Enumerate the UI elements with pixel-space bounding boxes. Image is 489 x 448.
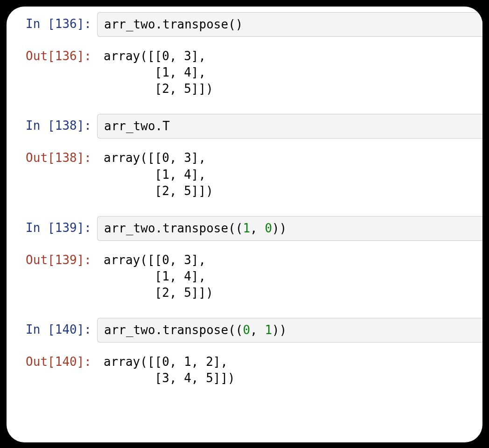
prompt-in-139: In [139]: xyxy=(7,216,97,236)
cell-in-140: In [140]: arr_two.transpose((0, 1)) xyxy=(7,314,482,346)
code-tokens-138: arr_two.T xyxy=(104,119,170,133)
prompt-out-139: Out[139]: xyxy=(7,248,97,268)
prompt-in-136: In [136]: xyxy=(7,12,97,32)
code-input-136[interactable]: arr_two.transpose() xyxy=(97,12,482,37)
code-input-138[interactable]: arr_two.T xyxy=(97,114,482,139)
code-tokens-140: arr_two.transpose((0, 1)) xyxy=(104,323,286,337)
prompt-in-138: In [138]: xyxy=(7,114,97,134)
output-139: array([[0, 3], [1, 4], [2, 5]]) xyxy=(97,248,482,305)
cell-out-136: Out[136]: array([[0, 3], [1, 4], [2, 5]]… xyxy=(7,41,482,105)
code-tokens-139: arr_two.transpose((1, 0)) xyxy=(104,221,286,235)
cell-out-138: Out[138]: array([[0, 3], [1, 4], [2, 5]]… xyxy=(7,142,482,206)
cell-in-136: In [136]: arr_two.transpose() xyxy=(7,8,482,41)
output-140: array([[0, 1, 2], [3, 4, 5]]) xyxy=(97,350,482,390)
code-tokens-136: arr_two.transpose() xyxy=(104,17,243,31)
output-136: array([[0, 3], [1, 4], [2, 5]]) xyxy=(97,44,482,101)
code-input-139[interactable]: arr_two.transpose((1, 0)) xyxy=(97,216,482,241)
cell-out-140: Out[140]: array([[0, 1, 2], [3, 4, 5]]) xyxy=(7,346,482,394)
cell-in-138: In [138]: arr_two.T xyxy=(7,110,482,142)
cell-out-139: Out[139]: array([[0, 3], [1, 4], [2, 5]]… xyxy=(7,245,482,308)
notebook-panel: In [136]: arr_two.transpose() Out[136]: … xyxy=(7,7,482,442)
prompt-out-140: Out[140]: xyxy=(7,350,97,370)
prompt-out-138: Out[138]: xyxy=(7,146,97,166)
code-input-140[interactable]: arr_two.transpose((0, 1)) xyxy=(97,318,482,343)
prompt-out-136: Out[136]: xyxy=(7,44,97,64)
output-138: array([[0, 3], [1, 4], [2, 5]]) xyxy=(97,146,482,203)
prompt-in-140: In [140]: xyxy=(7,318,97,338)
cell-in-139: In [139]: arr_two.transpose((1, 0)) xyxy=(7,212,482,245)
